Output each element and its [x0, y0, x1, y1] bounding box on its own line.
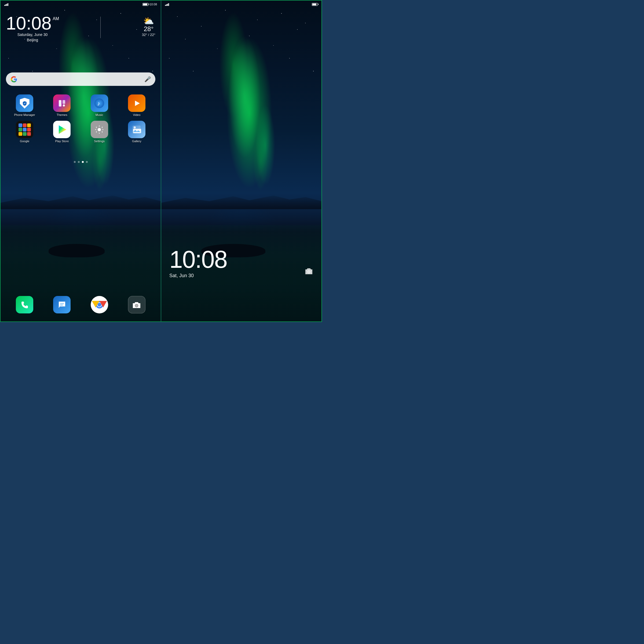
phone-manager-icon[interactable]: [16, 94, 33, 112]
svg-text:♪: ♪: [97, 100, 100, 107]
app-phone-manager[interactable]: Phone Manager: [13, 94, 37, 116]
status-bar-left: 10:08: [1, 1, 161, 8]
app-google[interactable]: Google: [13, 121, 37, 143]
google-label: Google: [20, 140, 29, 143]
settings-icon[interactable]: [91, 121, 108, 138]
weather-temp: 28°: [142, 25, 155, 33]
svg-point-16: [136, 305, 137, 306]
left-phone-screen: 10:08 10:08 AM Saturday, June 30 Beijing…: [0, 0, 161, 322]
island-left: [49, 244, 105, 257]
lock-status-right: [312, 3, 318, 6]
lock-signal-icon: [165, 3, 169, 6]
app-row-2: Google: [6, 121, 155, 143]
svg-point-10: [134, 126, 136, 129]
dock-phone[interactable]: [16, 296, 33, 313]
lock-camera-button[interactable]: [303, 265, 315, 277]
svg-point-2: [63, 104, 65, 107]
lock-battery-icon: [312, 3, 318, 6]
app-play-store[interactable]: Play Store: [50, 121, 74, 143]
dock-camera[interactable]: [128, 296, 145, 313]
themes-icon[interactable]: [53, 94, 71, 112]
weather-icon: ⛅: [142, 17, 155, 25]
lock-clock: 10:08 Sat, Jun 30: [169, 247, 313, 279]
search-bar[interactable]: 🎤: [6, 72, 155, 86]
video-icon[interactable]: [128, 94, 145, 112]
video-label: Video: [133, 113, 140, 116]
play-store-label: Play Store: [55, 140, 69, 143]
page-dot-2[interactable]: [78, 161, 80, 163]
app-music[interactable]: ♪ Music: [87, 94, 111, 116]
gallery-icon[interactable]: [128, 121, 145, 138]
play-store-icon[interactable]: [53, 121, 71, 138]
clock-widget: 10:08 AM Saturday, June 30 Beijing ⛅ 28°…: [1, 14, 161, 43]
page-dots: [1, 161, 161, 163]
battery-icon: [142, 3, 148, 6]
themes-label: Themes: [57, 113, 67, 116]
clock-divider: [100, 17, 101, 38]
settings-label: Settings: [94, 140, 105, 143]
lock-status-left: [165, 3, 169, 6]
app-themes[interactable]: Themes: [50, 94, 74, 116]
lock-status-bar: [161, 1, 321, 8]
svg-point-7: [98, 128, 101, 131]
lock-date-display: Sat, Jun 30: [169, 273, 313, 279]
app-settings[interactable]: Settings: [87, 121, 111, 143]
phone-manager-label: Phone Manager: [14, 113, 35, 116]
clock-date: Saturday, June 30 Beijing: [6, 32, 59, 43]
google-logo: [10, 75, 18, 83]
gallery-label: Gallery: [132, 140, 141, 143]
status-right: 10:08: [142, 3, 157, 6]
mic-icon[interactable]: 🎤: [144, 76, 151, 82]
weather-section: ⛅ 28° 32° / 22°: [142, 14, 155, 37]
status-left: [4, 3, 8, 6]
right-phone-screen: 10:08 Sat, Jun 30: [161, 0, 322, 322]
dock: [1, 296, 161, 313]
clock-time-section: 10:08 AM Saturday, June 30 Beijing: [6, 14, 59, 43]
music-label: Music: [96, 113, 103, 116]
app-video[interactable]: Video: [125, 94, 149, 116]
lock-time-display: 10:08: [169, 247, 313, 272]
app-row-1: Phone Manager Themes: [6, 94, 155, 116]
svg-rect-0: [59, 100, 61, 107]
dock-chrome[interactable]: [91, 296, 108, 313]
google-icon[interactable]: [16, 121, 33, 138]
music-icon[interactable]: ♪: [91, 94, 108, 112]
page-dot-4[interactable]: [86, 161, 88, 163]
weather-range: 32° / 22°: [142, 33, 155, 37]
page-dot-1[interactable]: [74, 161, 76, 163]
app-gallery[interactable]: Gallery: [125, 121, 149, 143]
dock-messages[interactable]: [53, 296, 71, 313]
signal-icon: [4, 3, 8, 6]
svg-rect-1: [63, 100, 65, 104]
camera-icon: [305, 267, 313, 275]
svg-point-18: [308, 271, 309, 272]
svg-point-14: [97, 303, 101, 307]
svg-marker-5: [135, 101, 140, 106]
svg-marker-6: [59, 125, 66, 134]
app-grid: Phone Manager Themes: [1, 92, 161, 148]
clock-time-display: 10:08 AM: [6, 14, 59, 32]
status-time: 10:08: [149, 3, 157, 6]
page-dot-3[interactable]: [82, 161, 84, 163]
